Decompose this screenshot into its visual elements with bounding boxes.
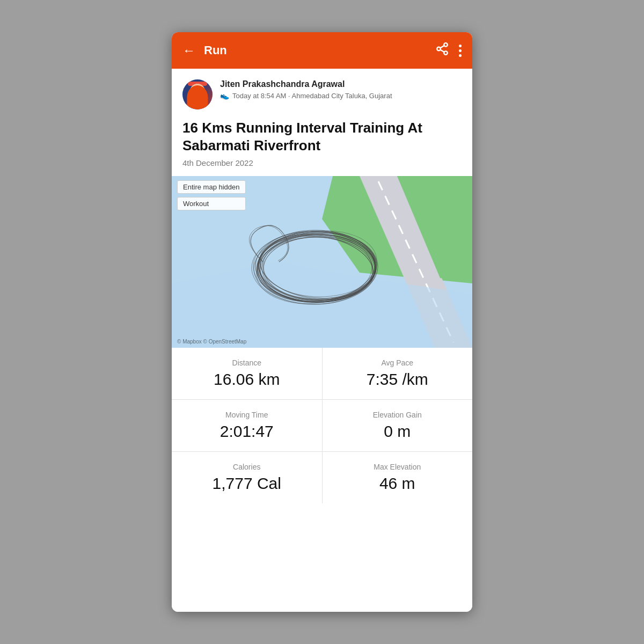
header-icons [435,42,462,59]
max-elevation-label: Max Elevation [374,463,421,471]
back-button[interactable]: ← [182,43,195,58]
user-name: Jiten Prakashchandra Agrawal [220,79,462,89]
avg-pace-value: 7:35 /km [367,370,428,389]
user-info: Jiten Prakashchandra Agrawal 👟 Today at … [220,79,462,100]
content-area: Jiten Prakashchandra Agrawal 👟 Today at … [172,69,472,612]
calories-value: 1,777 Cal [213,474,281,493]
svg-line-3 [440,50,444,52]
avatar [182,79,213,109]
title-section: 16 Kms Running Interval Training At Saba… [172,117,472,176]
user-meta: 👟 Today at 8:54 AM · Ahmedabad City Talu… [220,91,462,100]
moving-time-value: 2:01:47 [220,422,274,441]
calories-label: Calories [233,463,260,471]
activity-title: 16 Kms Running Interval Training At Saba… [182,119,462,154]
activity-date: 4th December 2022 [182,158,462,167]
map-hidden-badge: Entire map hidden [177,180,246,194]
phone-container: ← Run [172,32,472,612]
stat-distance: Distance 16.06 km [172,348,323,399]
elevation-gain-label: Elevation Gain [373,411,422,419]
shoe-icon: 👟 [220,91,229,100]
map-container[interactable]: Entire map hidden Workout © Mapbox © Ope… [172,176,472,348]
avg-pace-label: Avg Pace [381,358,413,367]
distance-label: Distance [232,358,261,367]
header-title: Run [204,43,435,57]
moving-time-label: Moving Time [225,411,268,419]
elevation-gain-value: 0 m [384,422,411,441]
stat-max-elevation: Max Elevation 46 m [323,452,473,503]
header: ← Run [172,32,472,69]
distance-value: 16.06 km [214,370,280,389]
share-icon[interactable] [435,42,449,59]
user-section: Jiten Prakashchandra Agrawal 👟 Today at … [172,69,472,117]
max-elevation-value: 46 m [379,474,415,493]
more-menu-button[interactable] [459,45,462,57]
map-overlay: Entire map hidden Workout [177,180,246,210]
stats-row-2: Moving Time 2:01:47 Elevation Gain 0 m [172,400,472,452]
user-location: Today at 8:54 AM · Ahmedabad City Taluka… [232,92,392,100]
stat-avg-pace: Avg Pace 7:35 /km [323,348,473,399]
svg-line-4 [440,46,444,48]
stat-calories: Calories 1,777 Cal [172,452,323,503]
stat-elevation-gain: Elevation Gain 0 m [323,400,473,451]
stat-moving-time: Moving Time 2:01:47 [172,400,323,451]
stats-row-1: Distance 16.06 km Avg Pace 7:35 /km [172,348,472,400]
stats-section: Distance 16.06 km Avg Pace 7:35 /km Movi… [172,348,472,503]
stats-row-3: Calories 1,777 Cal Max Elevation 46 m [172,452,472,503]
map-attribution: © Mapbox © OpenStreetMap [177,339,246,345]
map-workout-badge: Workout [177,197,246,210]
